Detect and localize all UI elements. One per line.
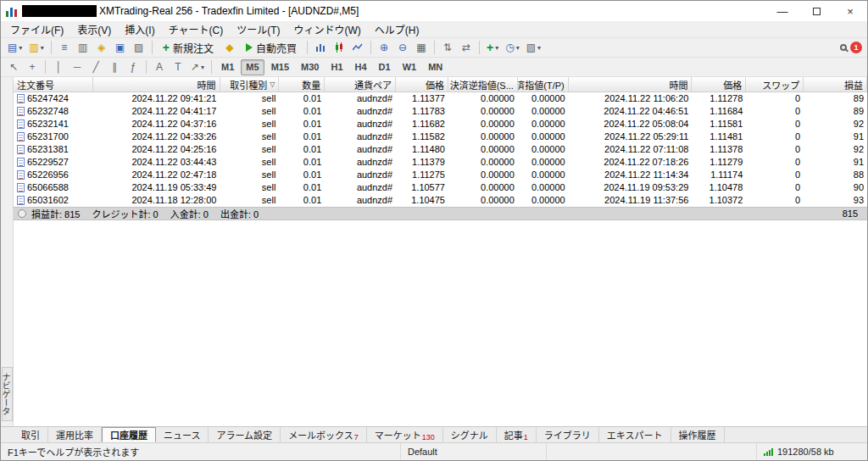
order-doc-icon [17, 183, 25, 192]
tile-windows-button[interactable]: ▦ [413, 40, 430, 56]
tab-journal[interactable]: 操作履歴 [671, 427, 725, 442]
notification-badge[interactable]: 1 [850, 42, 862, 53]
maximize-button[interactable] [799, 1, 833, 21]
tab-exposure[interactable]: 運用比率 [48, 427, 102, 442]
minimize-button[interactable]: — [765, 1, 799, 21]
column-header[interactable]: 価格 [396, 77, 448, 92]
toolbar-separator [45, 60, 46, 74]
zoom-in-button[interactable]: ⊕ [376, 40, 392, 56]
profiles-button[interactable]: ▥▾ [26, 40, 46, 56]
order-number-cell: 65231381 [14, 143, 93, 156]
chevron-down-icon: ▾ [516, 44, 520, 52]
autotrading-button[interactable]: 自動売買 [240, 40, 303, 56]
table-row[interactable]: 652327482024.11.22 04:41:17sell0.01audnz… [14, 105, 867, 118]
timeframe-h1[interactable]: H1 [326, 59, 348, 75]
arrange-horizontal-button[interactable]: ⇄ [458, 40, 475, 56]
fibonacci-button[interactable]: ƒ [125, 59, 142, 75]
column-header[interactable]: 価格 [692, 77, 746, 92]
column-header[interactable]: 決済逆指値(S... [448, 77, 518, 92]
zoom-out-button[interactable]: ⊖ [394, 40, 411, 56]
tab-articles[interactable]: 記事1 [497, 427, 537, 442]
tab-market[interactable]: マーケット130 [367, 427, 443, 442]
column-header[interactable]: 取引種別▽ [220, 77, 280, 92]
column-header[interactable]: 数量 [279, 77, 325, 92]
strategy-tester-toggle[interactable]: ▨ [131, 40, 147, 56]
tab-mailbox[interactable]: メールボックス7 [281, 427, 367, 442]
terminal-toggle[interactable]: ▣ [112, 40, 129, 56]
column-header[interactable]: 決済指値(T/P) [518, 77, 569, 92]
text-label-button[interactable]: T [170, 59, 186, 75]
new-order-button[interactable]: +新規注文 [157, 40, 220, 56]
vertical-line-button[interactable]: │ [50, 59, 67, 75]
tab-account-history[interactable]: 口座履歴 [102, 427, 156, 442]
market-watch-toggle[interactable]: ≡ [56, 40, 73, 56]
cell: sell [220, 105, 280, 118]
menu-item[interactable]: ウィンドウ(W) [287, 20, 368, 38]
menu-item[interactable]: ツール(T) [230, 20, 287, 38]
menu-item[interactable]: 表示(V) [70, 20, 118, 38]
metaeditor-button[interactable]: ◆ [221, 40, 238, 56]
channel-button[interactable]: ∥ [106, 59, 123, 75]
menu-item[interactable]: ファイル(F) [3, 20, 70, 38]
timeframe-mn[interactable]: MN [423, 59, 448, 75]
menu-item[interactable]: チャート(C) [162, 20, 231, 38]
templates-button[interactable]: ▧▾ [524, 40, 543, 56]
table-row[interactable]: 652313812024.11.22 04:25:16sell0.01audnz… [14, 143, 867, 156]
chart-line-button[interactable] [349, 40, 366, 56]
trendline-icon: ╱ [92, 61, 98, 73]
cell: 1.10372 [692, 194, 746, 207]
column-header[interactable]: 通貨ペア [325, 77, 396, 92]
navigator-side-tab[interactable]: ナビゲータ [2, 367, 13, 421]
tab-signals[interactable]: シグナル [443, 427, 497, 442]
cell: 1.11581 [692, 118, 746, 131]
column-header[interactable]: 時間 [569, 77, 693, 92]
summary-total: 815 [843, 208, 863, 219]
table-row[interactable]: 652295272024.11.22 03:44:43sell0.01audnz… [14, 156, 867, 169]
table-row[interactable]: 650316022024.11.18 12:28:00sell0.01audnz… [14, 194, 867, 207]
tab-library[interactable]: ライブラリ [537, 427, 599, 442]
tab-trade[interactable]: 取引 [14, 427, 48, 442]
column-header[interactable]: スワップ [746, 77, 804, 92]
trendline-button[interactable]: ╱ [87, 59, 104, 75]
arrange-vertical-button[interactable]: ⇅ [439, 40, 456, 56]
timeframe-d1[interactable]: D1 [374, 59, 396, 75]
table-row[interactable]: 652317002024.11.22 04:33:26sell0.01audnz… [14, 131, 867, 143]
periods-button[interactable]: ◷▾ [503, 40, 522, 56]
table-row[interactable]: 650665882024.11.19 05:33:49sell0.01audnz… [14, 181, 867, 194]
column-header[interactable]: 時間 [93, 77, 220, 92]
indicators-button[interactable]: +▾ [484, 40, 501, 56]
cell: sell [220, 169, 280, 181]
text-button[interactable]: A [151, 59, 168, 75]
close-button[interactable]: × [833, 1, 867, 21]
new-chart-button[interactable]: ▤▾ [5, 40, 25, 56]
navigator-toggle[interactable]: ◈ [93, 40, 110, 56]
crosshair-button[interactable]: + [24, 59, 41, 75]
menu-item[interactable]: ヘルプ(H) [368, 20, 426, 38]
data-window-toggle[interactable]: ▥ [75, 40, 92, 56]
column-header[interactable]: 注文番号 [14, 77, 93, 92]
chart-bars-button[interactable] [312, 40, 329, 56]
cell: 0.00000 [518, 169, 569, 181]
tab-experts[interactable]: エキスパート [599, 427, 671, 442]
cell: 92 [804, 118, 867, 131]
status-profile[interactable]: Default [401, 443, 547, 460]
timeframe-h4[interactable]: H4 [350, 59, 372, 75]
column-header[interactable]: 損益 [804, 77, 867, 92]
timeframe-w1[interactable]: W1 [398, 59, 422, 75]
chart-candles-button[interactable] [331, 40, 348, 56]
horizontal-line-button[interactable]: ─ [69, 59, 86, 75]
table-row[interactable]: 652321412024.11.22 04:37:16sell0.01audnz… [14, 118, 867, 131]
tab-alerts[interactable]: アラーム設定 [209, 427, 281, 442]
timeframe-m5[interactable]: M5 [241, 59, 264, 75]
arrows-button[interactable]: ↗▾ [188, 59, 207, 75]
table-row[interactable]: 652269562024.11.22 02:47:18sell0.01audnz… [14, 169, 867, 181]
tab-news[interactable]: ニュース [156, 427, 209, 442]
timeframe-m30[interactable]: M30 [296, 59, 324, 75]
order-number-cell: 65031602 [14, 194, 93, 207]
timeframe-m1[interactable]: M1 [216, 59, 239, 75]
menu-item[interactable]: 挿入(I) [118, 20, 161, 38]
timeframe-m15[interactable]: M15 [266, 59, 294, 75]
search-icon[interactable] [840, 44, 847, 51]
cursor-button[interactable]: ↖ [5, 59, 22, 75]
table-row[interactable]: 652474242024.11.22 09:41:21sell0.01audnz… [14, 92, 867, 105]
